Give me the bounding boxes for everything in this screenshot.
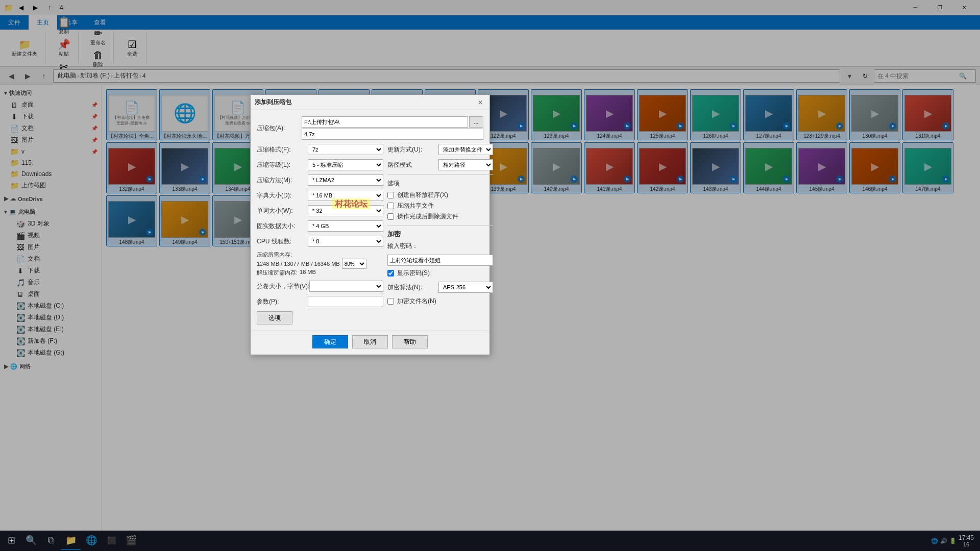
- dict-label: 字典大小(D):: [257, 191, 308, 200]
- options-btn-row: 选项: [257, 311, 383, 324]
- algorithm-select[interactable]: AES-256: [438, 282, 493, 293]
- update-select[interactable]: 添加并替换文件: [438, 144, 493, 155]
- selfextract-checkbox[interactable]: [387, 192, 394, 198]
- delete-label: 操作完成后删除源文件: [397, 212, 458, 221]
- show-password-label: 显示密码(S): [397, 269, 430, 278]
- show-password-checkbox[interactable]: [387, 270, 394, 277]
- right-column: 更新方式(U): 添加并替换文件 路径模式 相对路径 选项: [387, 144, 493, 324]
- volume-select[interactable]: [309, 281, 383, 292]
- ok-button[interactable]: 确定: [312, 335, 348, 348]
- algorithm-row: 加密算法(N): AES-256: [387, 282, 493, 293]
- mem-decompress-label: 解压缩所需内存:: [257, 269, 298, 277]
- shared-label: 压缩共享文件: [397, 202, 434, 210]
- main-options-row: 压缩格式(F): 7z zip 压缩等级(L): 5 - 标准压缩 压缩方法: [257, 144, 483, 324]
- mem-pct-select[interactable]: 80% 60% 100%: [342, 259, 366, 269]
- password-label: 输入密码：: [387, 242, 438, 251]
- path-mode-select[interactable]: 相对路径: [438, 159, 493, 170]
- level-row: 压缩等级(L): 5 - 标准压缩: [257, 159, 383, 170]
- params-row: 参数(P):: [257, 296, 383, 307]
- path-mode-label: 路径模式: [387, 161, 438, 169]
- format-label: 压缩格式(F):: [257, 145, 308, 154]
- delete-checkbox[interactable]: [387, 213, 394, 220]
- solid-row: 固实数据大小: * 4 GB: [257, 220, 383, 232]
- mem-decompress-row: 解压缩所需内存: 18 MB: [257, 269, 383, 277]
- dialog-close-button[interactable]: ✕: [475, 97, 485, 108]
- selfextract-row: 创建自释放程序(X): [387, 191, 493, 199]
- mem-info: 压缩所需内存: 1248 MB / 13077 MB / 16346 MB 80…: [257, 251, 383, 277]
- encrypt-section: 加密 输入密码： 显示密码(S) 加密算法(N):: [387, 225, 493, 306]
- delete-row: 操作完成后删除源文件: [387, 212, 493, 221]
- mem-compress-value: 1248 MB / 13077 MB / 16346 MB: [257, 261, 340, 267]
- selfextract-label: 创建自释放程序(X): [397, 191, 448, 199]
- encrypt-filename-row: 加密文件名(N): [387, 297, 493, 306]
- method-select[interactable]: * LZMA2: [308, 174, 383, 186]
- algorithm-label: 加密算法(N):: [387, 283, 438, 292]
- cpu-row: CPU 线程数: * 8: [257, 236, 383, 247]
- cancel-button[interactable]: 取消: [352, 335, 388, 348]
- archive-filename-input[interactable]: [302, 129, 483, 140]
- dialog-footer: 确定 取消 帮助: [251, 331, 489, 355]
- encrypt-filename-checkbox[interactable]: [387, 298, 394, 305]
- word-label: 单词大小(W):: [257, 207, 308, 215]
- encrypt-title: 加密: [387, 230, 401, 239]
- params-label: 参数(P):: [257, 297, 308, 306]
- archive-label: 压缩包(A):: [257, 124, 298, 133]
- cpu-select[interactable]: * 8: [308, 236, 383, 247]
- dialog-title-text: 添加到压缩包: [255, 98, 291, 107]
- encrypt-filename-label: 加密文件名(N): [397, 297, 436, 306]
- volume-label: 分卷大小，字节(V):: [257, 282, 309, 291]
- cpu-label: CPU 线程数:: [257, 237, 308, 246]
- mem-compress-label: 压缩所需内存:: [257, 251, 383, 259]
- options-section: 选项 创建自释放程序(X) 压缩共享文件 操作完成后删除源文件: [387, 174, 493, 221]
- params-input[interactable]: [308, 296, 383, 307]
- password-input[interactable]: [387, 255, 493, 266]
- add-to-archive-dialog: 添加到压缩包 ✕ 压缩包(A): ... 压缩格式(F):: [250, 94, 490, 355]
- mem-compress-row: 1248 MB / 13077 MB / 16346 MB 80% 60% 10…: [257, 259, 383, 269]
- path-mode-row: 路径模式 相对路径: [387, 159, 493, 170]
- dialog-body: 压缩包(A): ... 压缩格式(F): 7z zip: [251, 110, 489, 331]
- browse-button[interactable]: ...: [469, 116, 483, 128]
- left-column: 压缩格式(F): 7z zip 压缩等级(L): 5 - 标准压缩 压缩方法: [257, 144, 383, 324]
- shared-row: 压缩共享文件: [387, 202, 493, 210]
- method-label: 压缩方法(M):: [257, 176, 308, 185]
- options-title: 选项: [387, 179, 493, 188]
- watermark-text: 村花论坛: [332, 198, 371, 209]
- help-button[interactable]: 帮助: [392, 335, 428, 348]
- format-select[interactable]: 7z zip: [308, 144, 383, 155]
- archive-path-input[interactable]: [302, 116, 468, 128]
- solid-select[interactable]: * 4 GB: [308, 220, 383, 232]
- mem-decompress-value: 18 MB: [300, 269, 316, 277]
- password-row: 输入密码：: [387, 242, 493, 251]
- solid-label: 固实数据大小:: [257, 222, 308, 231]
- format-row: 压缩格式(F): 7z zip: [257, 144, 383, 155]
- volume-row: 分卷大小，字节(V):: [257, 281, 383, 292]
- level-label: 压缩等级(L):: [257, 161, 308, 169]
- options-button[interactable]: 选项: [257, 311, 292, 324]
- dialog-overlay: 添加到压缩包 ✕ 压缩包(A): ... 压缩格式(F):: [0, 0, 980, 551]
- update-row: 更新方式(U): 添加并替换文件: [387, 144, 493, 155]
- show-password-row: 显示密码(S): [387, 269, 493, 278]
- dialog-title-bar: 添加到压缩包 ✕: [251, 95, 489, 110]
- level-select[interactable]: 5 - 标准压缩: [308, 159, 383, 170]
- watermark: 村花论坛: [332, 199, 371, 210]
- update-label: 更新方式(U):: [387, 145, 438, 154]
- encrypt-header-row: 加密: [387, 230, 493, 239]
- archive-path-row: 压缩包(A): ...: [257, 116, 483, 140]
- method-row: 压缩方法(M): * LZMA2: [257, 174, 383, 186]
- shared-checkbox[interactable]: [387, 203, 394, 209]
